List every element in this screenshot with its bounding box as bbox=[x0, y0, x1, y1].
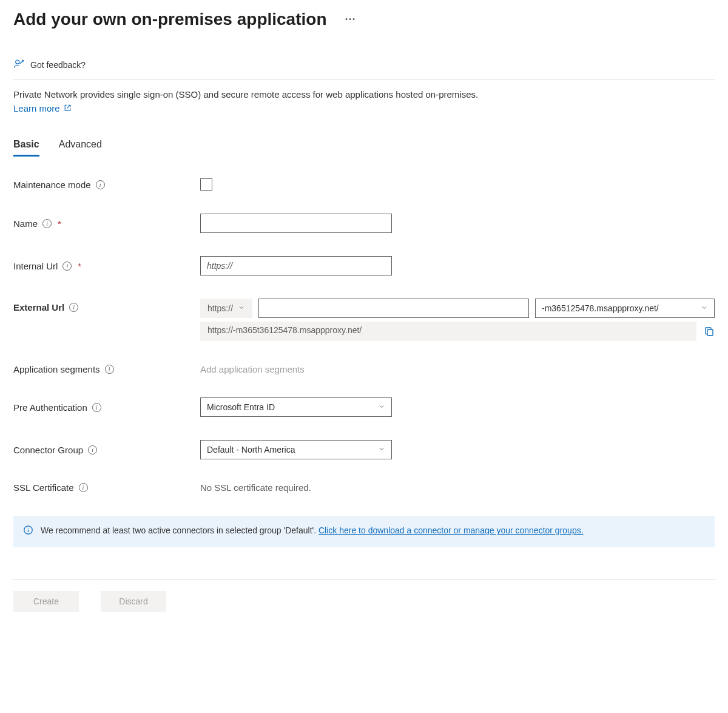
info-icon[interactable]: i bbox=[105, 365, 114, 374]
connector-group-value: Default - North America bbox=[207, 445, 295, 454]
required-indicator: * bbox=[78, 261, 81, 271]
name-input[interactable] bbox=[200, 214, 392, 233]
tab-basic[interactable]: Basic bbox=[13, 139, 39, 157]
maintenance-mode-checkbox[interactable] bbox=[200, 178, 212, 191]
banner-text: We recommend at least two active connect… bbox=[41, 525, 318, 535]
divider bbox=[13, 79, 715, 80]
external-url-protocol-select[interactable]: https:// bbox=[200, 299, 252, 318]
chevron-down-icon bbox=[701, 303, 708, 313]
footer-buttons: Create Discard bbox=[13, 591, 715, 612]
info-icon[interactable]: i bbox=[42, 219, 52, 228]
tab-advanced[interactable]: Advanced bbox=[59, 139, 102, 157]
connector-group-label: Connector Group i bbox=[13, 445, 200, 455]
external-url-readonly: https://-m365t36125478.msappproxy.net/ bbox=[200, 322, 696, 341]
feedback-label: Got feedback? bbox=[30, 60, 86, 70]
learn-more-link[interactable]: Learn more bbox=[13, 103, 72, 113]
external-url-label-text: External Url bbox=[13, 302, 64, 313]
ssl-cert-label: SSL Certificate i bbox=[13, 482, 200, 493]
ssl-cert-label-text: SSL Certificate bbox=[13, 482, 74, 493]
create-button[interactable]: Create bbox=[13, 591, 79, 612]
external-url-host-input[interactable] bbox=[258, 299, 529, 318]
info-icon[interactable]: i bbox=[96, 180, 105, 189]
info-icon[interactable]: i bbox=[69, 303, 78, 312]
page-title: Add your own on-premises application ··· bbox=[13, 10, 715, 29]
intro-text: Private Network provides single sign-on … bbox=[13, 89, 715, 101]
pre-auth-label: Pre Authentication i bbox=[13, 402, 200, 413]
pre-auth-value: Microsoft Entra ID bbox=[207, 402, 275, 412]
copy-icon[interactable] bbox=[704, 326, 715, 337]
footer-divider bbox=[13, 580, 715, 580]
protocol-value: https:// bbox=[207, 303, 233, 313]
page-title-text: Add your own on-premises application bbox=[13, 10, 327, 29]
external-url-suffix-select[interactable]: -m365125478.msappproxy.net/ bbox=[535, 299, 715, 318]
svg-point-4 bbox=[28, 528, 29, 529]
chevron-down-icon bbox=[378, 445, 385, 454]
info-icon[interactable]: i bbox=[88, 445, 97, 454]
discard-button[interactable]: Discard bbox=[101, 591, 166, 612]
connector-group-label-text: Connector Group bbox=[13, 445, 83, 455]
svg-rect-1 bbox=[707, 329, 713, 336]
info-banner: We recommend at least two active connect… bbox=[13, 516, 715, 547]
internal-url-label: Internal Url i * bbox=[13, 261, 200, 271]
banner-link[interactable]: Click here to download a connector or ma… bbox=[318, 525, 584, 535]
app-segments-label: Application segments i bbox=[13, 364, 200, 374]
ssl-cert-value: No SSL certificate required. bbox=[200, 482, 311, 493]
external-link-icon bbox=[64, 103, 72, 113]
name-label-text: Name bbox=[13, 218, 38, 229]
learn-more-label: Learn more bbox=[13, 103, 60, 113]
info-icon[interactable]: i bbox=[62, 262, 72, 271]
info-icon[interactable]: i bbox=[92, 403, 101, 412]
more-actions-button[interactable]: ··· bbox=[340, 11, 361, 29]
required-indicator: * bbox=[58, 218, 61, 229]
app-segments-label-text: Application segments bbox=[13, 364, 100, 374]
maintenance-mode-label-text: Maintenance mode bbox=[13, 180, 91, 190]
internal-url-input[interactable] bbox=[200, 256, 392, 275]
banner-body: We recommend at least two active connect… bbox=[41, 524, 584, 536]
chevron-down-icon bbox=[238, 303, 245, 313]
tabs: Basic Advanced bbox=[13, 139, 715, 157]
feedback-icon bbox=[13, 58, 24, 71]
feedback-bar[interactable]: Got feedback? bbox=[13, 58, 715, 79]
chevron-down-icon bbox=[378, 402, 385, 412]
info-circle-icon bbox=[23, 525, 33, 538]
connector-group-select[interactable]: Default - North America bbox=[200, 440, 392, 459]
form-body: Maintenance mode i Name i * Internal Url… bbox=[13, 178, 715, 547]
pre-auth-select[interactable]: Microsoft Entra ID bbox=[200, 397, 392, 417]
external-url-label: External Url i bbox=[13, 299, 200, 313]
info-icon[interactable]: i bbox=[79, 483, 88, 492]
add-app-segments-link[interactable]: Add application segments bbox=[200, 364, 305, 374]
svg-point-0 bbox=[16, 60, 19, 64]
pre-auth-label-text: Pre Authentication bbox=[13, 402, 87, 413]
internal-url-label-text: Internal Url bbox=[13, 261, 58, 271]
suffix-value: -m365125478.msappproxy.net/ bbox=[542, 303, 659, 313]
name-label: Name i * bbox=[13, 218, 200, 229]
maintenance-mode-label: Maintenance mode i bbox=[13, 180, 200, 190]
